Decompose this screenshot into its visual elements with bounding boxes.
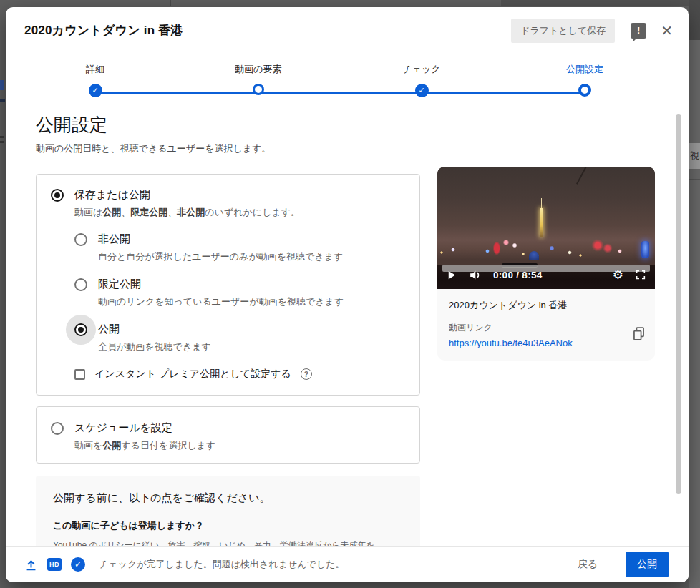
backdrop-fragment [501, 0, 689, 6]
video-player[interactable]: 0:00 / 8:54 ⚙ [437, 167, 655, 289]
hd-badge-icon: HD [47, 558, 62, 571]
backdrop-fragment [0, 136, 4, 138]
time-display: 0:00 / 8:54 [493, 270, 543, 280]
checkbox-label[interactable]: インスタント プレミア公開として設定する [94, 368, 291, 381]
video-preview-card: 0:00 / 8:54 ⚙ 2020カウントダウン in 香港 動画リンク ht… [437, 167, 655, 361]
radio-unselected-icon[interactable] [74, 233, 87, 246]
thumbnail-blue-figure [641, 241, 649, 258]
backdrop-fragment [170, 0, 171, 6]
checkbox-unchecked-icon[interactable] [74, 369, 85, 380]
option-save-or-publish[interactable]: 保存または公開 動画は公開、限定公開、非公開のいずれかにします。 [51, 188, 405, 218]
instant-premiere-row[interactable]: インスタント プレミア公開として設定する ? [74, 368, 405, 385]
volume-icon[interactable] [468, 268, 482, 282]
option-label[interactable]: 保存または公開 [74, 188, 300, 202]
option-description: 全員が動画を視聴できます [98, 340, 211, 353]
video-info-panel: 2020カウントダウン in 香港 動画リンク https://youtu.be… [437, 289, 655, 361]
player-controls: 0:00 / 8:54 ⚙ [446, 265, 646, 284]
checks-status-text: チェックが完了しました。問題は検出されませんでした。 [99, 558, 560, 571]
radio-focus-halo [74, 323, 87, 336]
stepper-line [95, 92, 585, 94]
back-button[interactable]: 戻る [569, 552, 606, 577]
thumbnail-blue-dome [529, 251, 539, 260]
dialog-title: 2020カウントダウン in 香港 [24, 22, 511, 39]
backdrop-fragment [0, 141, 4, 143]
radio-unselected-icon[interactable] [51, 422, 64, 435]
page-subtitle: 動画の公開日時と、視聴できるユーザーを選択します。 [36, 142, 420, 155]
notice-question: この動画に子どもは登場しますか？ [53, 519, 403, 532]
upload-progress-icon [24, 558, 38, 572]
option-description: 動画を公開する日付を選択します [74, 439, 215, 451]
radio-selected-icon[interactable] [74, 323, 87, 336]
video-link-label: 動画リンク [449, 322, 643, 334]
step-current-icon[interactable] [578, 84, 591, 97]
step-visibility[interactable]: 公開設定 [528, 63, 642, 97]
backdrop-underlay-header [689, 0, 700, 40]
checks-complete-icon: ✓ [71, 557, 85, 572]
dialog-footer: HD ✓ チェックが完了しました。問題は検出されませんでした。 戻る 公開 [6, 546, 689, 582]
backdrop-fragment [0, 99, 5, 102]
copy-link-icon[interactable] [631, 326, 646, 341]
save-draft-button[interactable]: ドラフトとして保存 [511, 19, 615, 43]
upload-stepper: 詳細 ✓ 動画の要素 チェック ✓ 公開設定 [6, 54, 689, 114]
step-checks[interactable]: チェック ✓ [364, 63, 479, 97]
settings-gear-icon[interactable]: ⚙ [613, 269, 623, 281]
dialog-header: 2020カウントダウン in 香港 ドラフトとして保存 ! ✕ [6, 7, 689, 54]
visibility-options-card: 保存または公開 動画は公開、限定公開、非公開のいずれかにします。 非公開 自分と… [36, 174, 420, 396]
option-label[interactable]: 公開 [98, 323, 211, 336]
backdrop-underlay-column [689, 0, 700, 588]
step-done-icon[interactable]: ✓ [89, 84, 102, 97]
option-public[interactable]: 公開 全員が動画を視聴できます [74, 323, 405, 353]
option-label[interactable]: 非公開 [98, 232, 343, 246]
schedule-card: スケジュールを設定 動画を公開する日付を選択します [36, 406, 420, 464]
backdrop-divider [689, 179, 700, 180]
help-icon[interactable]: ? [301, 368, 312, 380]
page-title: 公開設定 [36, 113, 420, 137]
backdrop-fragment [0, 80, 4, 90]
step-details[interactable]: 詳細 ✓ [38, 63, 152, 97]
publish-button[interactable]: 公開 [626, 552, 669, 577]
step-done-icon[interactable]: ✓ [415, 84, 429, 97]
upload-dialog: 2020カウントダウン in 香港 ドラフトとして保存 ! ✕ 詳細 ✓ 動画の… [6, 7, 689, 582]
option-description: 動画のリンクを知っているユーザーが動画を視聴できます [98, 295, 344, 308]
thumbnail-city-lights [437, 235, 655, 265]
background-peek-text: 視聴 [689, 143, 700, 169]
thumbnail-lit-tower [540, 208, 543, 237]
option-description: 自分と自分が選択したユーザーのみが動画を視聴できます [98, 250, 343, 263]
option-private[interactable]: 非公開 自分と自分が選択したユーザーのみが動画を視聴できます [74, 232, 405, 263]
fullscreen-icon[interactable] [635, 269, 646, 280]
visibility-section: 公開設定 動画の公開日時と、視聴できるユーザーを選択します。 保存または公開 動… [36, 113, 420, 582]
play-icon[interactable] [446, 270, 457, 280]
feedback-icon[interactable]: ! [631, 23, 646, 39]
step-video-elements[interactable]: 動画の要素 [201, 63, 316, 95]
radio-unselected-icon[interactable] [74, 278, 87, 291]
option-unlisted[interactable]: 限定公開 動画のリンクを知っているユーザーが動画を視聴できます [74, 278, 405, 308]
option-schedule[interactable]: スケジュールを設定 動画を公開する日付を選択します [51, 421, 405, 451]
radio-selected-icon[interactable] [51, 189, 64, 202]
video-link[interactable]: https://youtu.be/te4u3AeANok [449, 338, 573, 348]
option-description: 動画は公開、限定公開、非公開のいずれかにします。 [74, 206, 300, 218]
backdrop-divider [689, 114, 700, 114]
notice-title: 公開する前に、以下の点をご確認ください。 [53, 491, 403, 505]
option-label[interactable]: スケジュールを設定 [74, 421, 215, 435]
video-title: 2020カウントダウン in 香港 [449, 299, 643, 312]
close-icon[interactable]: ✕ [661, 24, 673, 38]
step-todo-icon[interactable] [253, 84, 264, 95]
option-label[interactable]: 限定公開 [98, 278, 344, 291]
scrollbar-thumb[interactable] [676, 114, 681, 494]
